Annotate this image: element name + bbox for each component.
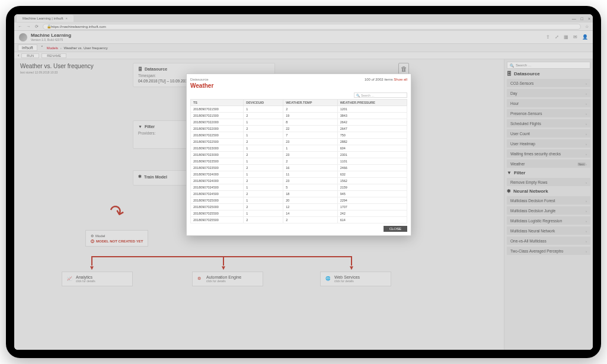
table-cell: 1201 [337,106,407,113]
sidebar-item-tag: Next [577,162,586,166]
sidebar-item-label: Multiclass Decision Jungle [510,209,555,213]
sidebar-item-datasource[interactable]: CO2-Sensors› [507,79,590,87]
sidebar-item-label: Weather [510,162,525,166]
app-title: Machine Learning [31,33,71,38]
tab-close-icon[interactable]: × [66,17,68,20]
sidebar-item-label: Waiting times security checks [510,152,561,156]
sidebar-item-neural[interactable]: Multiclass Neural Network› [507,226,590,235]
table-cell: 23 [283,152,338,158]
hdr-mail-icon[interactable]: ✉ [573,34,577,40]
table-row[interactable]: 20180907024500152159 [191,184,407,191]
sidebar-item-datasource[interactable]: WeatherNext› [507,159,590,168]
sidebar-heading-neural: Neural Network [513,189,548,194]
table-header[interactable]: TS [191,100,244,106]
modal-search-input[interactable]: 🔍 Search … [354,92,407,98]
window-minimize-icon[interactable]: — [572,17,576,21]
chevron-right-icon: › [586,102,587,106]
table-row[interactable]: 2018090702550022614 [191,217,407,223]
hdr-expand-icon[interactable]: ⤢ [555,34,559,40]
chevron-right-icon: › [586,112,587,116]
table-header[interactable]: WEATHER.TEMP [283,100,338,106]
brand-chevron-icon[interactable]: ˅ [41,46,43,50]
panel-datasource-heading: Datasource [145,67,167,71]
table-cell: 2 [244,204,283,210]
browser-star-icon[interactable]: ☆ [584,24,589,29]
table-header[interactable]: DEVICEUID [244,100,283,106]
trash-button[interactable]: 🗑 [398,63,409,75]
table-cell: 3843 [337,113,407,119]
table-cell: 2 [244,139,283,145]
table-row[interactable]: 20180907021500121201 [191,106,407,113]
sidebar-item-datasource[interactable]: User Count› [507,129,590,138]
table-cell: 1 [283,145,338,152]
hdr-upload-icon[interactable]: ⇪ [546,34,550,40]
sidebar-item-neural[interactable]: Multiclass Decision Forest› [507,196,590,205]
breadcrumb-models[interactable]: Models [47,46,58,50]
table-row[interactable]: 201809070235002162466 [191,165,407,171]
table-row[interactable]: 20180907024000111632 [191,171,407,178]
chevron-right-icon: › [586,181,587,184]
modal-show-all-link[interactable]: Show all [394,78,407,81]
browser-tab[interactable]: Machine Learning | infsoft × [17,15,74,22]
model-node[interactable]: ⚙Model !MODEL NOT CREATED YET [85,230,148,247]
hdr-grid-icon[interactable]: ▦ [564,34,568,40]
table-row[interactable]: 201809070240002231562 [191,178,407,184]
table-row[interactable]: 20180907024500218945 [191,191,407,197]
sidebar-item-neural[interactable]: Two-Class Averaged Perceptro› [507,247,590,255]
table-row[interactable]: 20180907023500121101 [191,158,407,165]
table-row[interactable]: 201809070220002222647 [191,126,407,132]
nav-back-icon[interactable]: ← [18,24,23,29]
sidebar-item-datasource[interactable]: Waiting times security checks› [507,149,590,158]
table-cell: 1 [244,119,283,126]
rename-button[interactable]: RENAME [41,53,66,58]
filter-icon: ▼ [138,124,142,129]
leaf-automation[interactable]: ⚙ Automation Engine click for details [192,272,263,286]
chevron-right-icon: › [586,82,587,85]
table-cell: 20180907025000 [191,204,244,210]
leaf-webservices[interactable]: 🌐 Web Services click for details [320,272,391,286]
table-row[interactable]: 2018090702300011604 [191,145,407,152]
run-button[interactable]: RUN [21,53,39,58]
sidebar-item-neural[interactable]: Multiclass Decision Jungle› [507,206,590,215]
sidebar-item-neural[interactable]: One-vs-All Multiclass› [507,237,590,245]
table-cell: 2647 [337,126,407,132]
sidebar-item-neural[interactable]: Multiclass Logistic Regression› [507,216,590,225]
sidebar-item-datasource[interactable]: Hour› [507,99,590,107]
sidebar-item-datasource[interactable]: User Heatmap› [507,139,590,148]
sidebar-item-datasource[interactable]: Day› [507,89,590,97]
nav-forward-icon[interactable]: → [26,24,31,29]
nav-reload-icon[interactable]: ⟳ [34,24,39,29]
window-maximize-icon[interactable]: □ [581,17,583,21]
table-row[interactable]: 20180907022000182642 [191,119,407,126]
table-cell: 23 [283,178,338,184]
sidebar-item-datasource[interactable]: Scheduled Flights› [507,119,590,127]
table-cell: 20180907023000 [191,145,244,152]
sidebar-item-filter[interactable]: Remove Empty Rows› [507,178,590,186]
table-row[interactable]: 201809070250001202294 [191,197,407,204]
window-close-icon[interactable]: × [588,17,590,21]
table-row[interactable]: 2018090702250017750 [191,132,407,139]
table-row[interactable]: 201809070225002232882 [191,139,407,145]
filter-icon: ▼ [507,170,512,175]
arrow-down-icon: ▼ [349,264,354,271]
table-cell: 20180907021500 [191,106,244,113]
table-header[interactable]: WEATHER.PRESSURE [337,100,407,106]
table-row[interactable]: 201809070230002232301 [191,152,407,158]
url-field[interactable]: 🔒 https://machinelearning.infsoft.com [43,24,581,30]
back-chevron-icon[interactable]: ‹ [18,53,19,58]
panel-train-heading: Train Model [144,175,167,179]
modal-data-table: TSDEVICEUIDWEATHER.TEMPWEATHER.PRESSURE … [190,99,407,223]
sidebar-item-label: Remove Empty Rows [510,180,548,184]
leaf-analytics[interactable]: 📈 Analytics click for details [62,272,133,286]
table-row[interactable]: 20180907025500114242 [191,210,407,217]
hdr-user-icon[interactable]: 👤 [582,34,588,40]
modal-close-button[interactable]: CLOSE [384,226,407,232]
table-row[interactable]: 201809070215002193843 [191,113,407,119]
table-cell: 18 [283,191,338,197]
error-icon: ! [91,240,94,243]
chevron-right-icon: › [586,152,587,156]
sidebar-item-datasource[interactable]: Presence-Sensors› [507,109,590,117]
sidebar-search-input[interactable]: 🔍 Search … [507,62,590,69]
brand-chip[interactable]: infsoft [18,44,37,51]
table-row[interactable]: 201809070250002121707 [191,204,407,210]
